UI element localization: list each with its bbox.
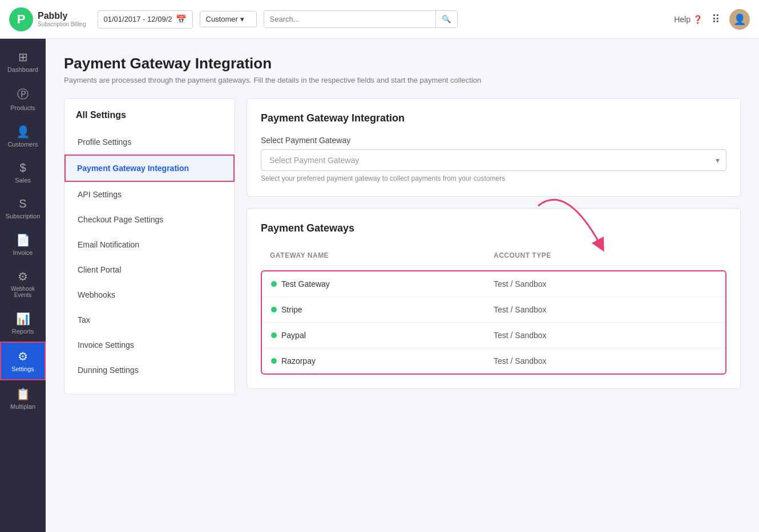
status-dot bbox=[271, 307, 277, 312]
sidebar-label-invoice: Invoice bbox=[13, 249, 33, 256]
search-button[interactable]: 🔍 bbox=[435, 11, 457, 27]
select-gateway-dropdown[interactable]: Select Payment Gateway bbox=[261, 149, 726, 171]
sidebar-label-products: Products bbox=[10, 104, 35, 111]
reports-icon: 📊 bbox=[16, 312, 30, 326]
gateways-table: Test Gateway Test / Sandbox Stripe Test … bbox=[261, 270, 726, 375]
help-icon: ❓ bbox=[693, 15, 703, 24]
status-dot bbox=[271, 358, 277, 364]
account-type-paypal: Test / Sandbox bbox=[494, 331, 716, 340]
menu-item-checkout[interactable]: Checkout Page Settings bbox=[64, 207, 235, 232]
select-gateway-hint: Select your preferred payment gateway to… bbox=[261, 174, 726, 182]
gateway-name-razorpay: Razorpay bbox=[271, 356, 494, 366]
table-row: Paypal Test / Sandbox bbox=[262, 323, 725, 348]
sidebar-item-subscription[interactable]: S Subscription bbox=[0, 190, 46, 226]
sidebar-item-products[interactable]: Ⓟ Products bbox=[0, 80, 46, 118]
sidebar-label-webhook: Webhook Events bbox=[2, 286, 43, 298]
settings-icon: ⚙ bbox=[18, 350, 28, 363]
sidebar-label-reports: Reports bbox=[12, 328, 34, 335]
multiplan-icon: 📋 bbox=[16, 387, 30, 401]
date-range-text: 01/01/2017 - 12/09/2 bbox=[104, 15, 172, 23]
select-gateway-card: Payment Gateway Integration Select Payme… bbox=[247, 98, 741, 197]
logo-icon: P bbox=[9, 7, 33, 31]
table-row: Razorpay Test / Sandbox bbox=[262, 348, 725, 373]
sidebar-label-settings: Settings bbox=[11, 366, 34, 372]
sidebar-label-subscription: Subscription bbox=[6, 213, 41, 220]
page-title: Payment Gateway Integration bbox=[64, 55, 741, 72]
menu-item-invoice-settings[interactable]: Invoice Settings bbox=[64, 332, 235, 358]
select-gateway-card-title: Payment Gateway Integration bbox=[261, 112, 726, 124]
settings-layout: All Settings Profile Settings Payment Ga… bbox=[64, 98, 741, 395]
grid-icon[interactable]: ⠿ bbox=[712, 13, 720, 26]
topnav: P Pabbly Subscription Billing 01/01/2017… bbox=[0, 0, 759, 39]
customer-dropdown-label: Customer bbox=[206, 15, 238, 23]
help-label: Help bbox=[674, 15, 691, 24]
menu-item-tax[interactable]: Tax bbox=[64, 307, 235, 332]
nav-right: Help ❓ ⠿ 👤 bbox=[674, 9, 750, 30]
date-range-button[interactable]: 01/01/2017 - 12/09/2 📅 bbox=[98, 10, 193, 29]
menu-item-dunning[interactable]: Dunning Settings bbox=[64, 358, 235, 383]
menu-item-email[interactable]: Email Notification bbox=[64, 232, 235, 257]
search-input[interactable] bbox=[264, 11, 435, 27]
payment-gateways-card: Payment Gateways G bbox=[247, 208, 741, 389]
all-settings-title: All Settings bbox=[64, 110, 235, 129]
logo-name: Pabbly bbox=[38, 10, 86, 21]
sidebar-label-customers: Customers bbox=[7, 141, 38, 148]
sidebar-item-multiplan[interactable]: 📋 Multiplan bbox=[0, 380, 46, 417]
dashboard-icon: ⊞ bbox=[18, 50, 28, 64]
subscription-icon: S bbox=[19, 197, 26, 210]
sidebar-label-dashboard: Dashboard bbox=[7, 66, 38, 73]
gateway-label-razorpay: Razorpay bbox=[281, 356, 316, 366]
all-settings-panel: All Settings Profile Settings Payment Ga… bbox=[64, 98, 235, 395]
sidebar-item-sales[interactable]: $ Sales bbox=[0, 155, 46, 190]
gateway-label-test: Test Gateway bbox=[281, 279, 330, 289]
status-dot bbox=[271, 332, 277, 338]
gateway-label-stripe: Stripe bbox=[281, 305, 302, 314]
invoice-icon: 📄 bbox=[16, 233, 30, 247]
avatar[interactable]: 👤 bbox=[729, 9, 750, 30]
account-type-test: Test / Sandbox bbox=[494, 279, 716, 289]
sidebar-item-dashboard[interactable]: ⊞ Dashboard bbox=[0, 43, 46, 80]
select-gateway-label: Select Payment Gateway bbox=[261, 136, 726, 145]
products-icon: Ⓟ bbox=[17, 87, 29, 102]
sales-icon: $ bbox=[19, 161, 26, 174]
help-button[interactable]: Help ❓ bbox=[674, 15, 703, 24]
main-content: Payment Gateway Integration Payments are… bbox=[46, 39, 759, 532]
search-wrapper: 🔍 bbox=[264, 10, 458, 28]
gateway-label-paypal: Paypal bbox=[281, 331, 306, 340]
gateway-name-test: Test Gateway bbox=[271, 279, 494, 289]
sidebar-item-reports[interactable]: 📊 Reports bbox=[0, 305, 46, 342]
table-row: Stripe Test / Sandbox bbox=[262, 297, 725, 323]
sidebar-label-sales: Sales bbox=[15, 177, 31, 184]
customer-dropdown[interactable]: Customer ▾ bbox=[200, 11, 257, 27]
sidebar-item-webhook[interactable]: ⚙ Webhook Events bbox=[0, 263, 46, 305]
settings-main: Payment Gateway Integration Select Payme… bbox=[247, 98, 741, 395]
body-wrap: ⊞ Dashboard Ⓟ Products 👤 Customers $ Sal… bbox=[0, 39, 759, 532]
sidebar-item-settings[interactable]: ⚙ Settings bbox=[0, 342, 46, 380]
gateways-table-header: GATEWAY NAME ACCOUNT TYPE bbox=[261, 246, 726, 266]
col-gateway-name: GATEWAY NAME bbox=[270, 251, 494, 259]
col-account-type: ACCOUNT TYPE bbox=[494, 251, 717, 259]
sidebar-item-invoice[interactable]: 📄 Invoice bbox=[0, 226, 46, 263]
customers-icon: 👤 bbox=[16, 125, 30, 139]
calendar-icon: 📅 bbox=[176, 14, 187, 25]
menu-item-api[interactable]: API Settings bbox=[64, 182, 235, 207]
table-row: Test Gateway Test / Sandbox bbox=[262, 271, 725, 297]
sidebar-label-multiplan: Multiplan bbox=[10, 403, 35, 410]
select-gateway-wrapper: Select Payment Gateway ▾ bbox=[261, 149, 726, 171]
menu-item-webhooks[interactable]: Webhooks bbox=[64, 282, 235, 307]
gateways-card-title: Payment Gateways bbox=[261, 222, 726, 234]
logo: P Pabbly Subscription Billing bbox=[9, 7, 86, 31]
page-subtitle: Payments are processed through the payme… bbox=[64, 76, 741, 84]
menu-item-client-portal[interactable]: Client Portal bbox=[64, 257, 235, 282]
chevron-down-icon: ▾ bbox=[240, 15, 244, 23]
account-type-stripe: Test / Sandbox bbox=[494, 305, 716, 314]
menu-item-payment-gateway[interactable]: Payment Gateway Integration bbox=[64, 155, 235, 182]
logo-subtitle: Subscription Billing bbox=[38, 21, 86, 28]
gateway-name-stripe: Stripe bbox=[271, 305, 494, 314]
sidebar-item-customers[interactable]: 👤 Customers bbox=[0, 118, 46, 155]
status-dot bbox=[271, 281, 277, 287]
sidebar: ⊞ Dashboard Ⓟ Products 👤 Customers $ Sal… bbox=[0, 39, 46, 532]
webhook-icon: ⚙ bbox=[18, 270, 28, 283]
account-type-razorpay: Test / Sandbox bbox=[494, 356, 716, 366]
menu-item-profile[interactable]: Profile Settings bbox=[64, 129, 235, 155]
